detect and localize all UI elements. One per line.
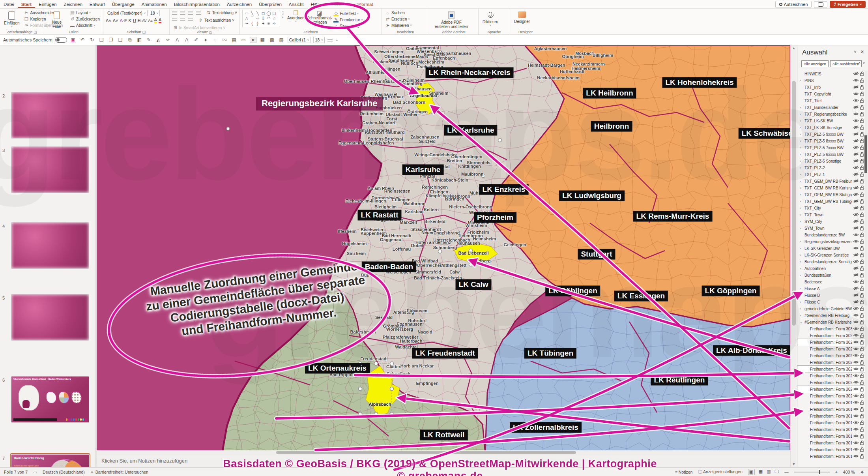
district-label[interactable]: LK Zollernalbkreis (510, 422, 582, 433)
layout-button[interactable]: ▤Layout ˅ (69, 10, 101, 16)
layer-item[interactable]: ›TXT_Bundesländer (797, 104, 865, 111)
shape-glyph-15[interactable]: ✦ (262, 21, 265, 26)
town-label[interactable]: Birkenfeld (424, 219, 445, 224)
chevron-collapsed-icon[interactable]: › (800, 267, 804, 270)
shape-glyph-6[interactable]: △ (245, 16, 248, 21)
chevron-collapsed-icon[interactable]: › (800, 153, 804, 156)
town-label[interactable]: Freudenstadt (360, 356, 388, 361)
district-label[interactable]: Heilbronn (591, 121, 632, 132)
district-label[interactable]: LK Reutlingen (651, 375, 708, 386)
layer-item[interactable]: Freihandform: Form 3014 (797, 433, 865, 440)
slide-thumbnail-7[interactable]: Baden-WürttembergKreieren Sie Ihre eigen… (11, 454, 89, 467)
layer-item[interactable]: Freihandform: Form 3015 (797, 426, 865, 433)
tab-übergänge[interactable]: Übergänge (108, 1, 138, 8)
district-label[interactable]: LK Ludwigsburg (559, 191, 625, 201)
eye-slash-icon[interactable] (852, 165, 859, 171)
language-status[interactable]: Deutsch (Deutschland) (43, 470, 85, 474)
fit-slide-icon[interactable]: ❖ (861, 470, 864, 474)
accessibility-status[interactable]: Barrierefreiheit: Untersuchen (95, 470, 148, 474)
text-box-icon[interactable]: ▭ (240, 37, 247, 43)
bullets-icon[interactable] (172, 11, 177, 15)
unlock-icon[interactable] (859, 212, 864, 218)
share-button[interactable]: ⤴Freigeben˅ (830, 1, 866, 8)
eye-icon[interactable] (852, 333, 859, 338)
town-label[interactable]: Gechingen (504, 242, 526, 247)
unlock-icon[interactable] (859, 152, 864, 157)
eye-icon[interactable] (852, 353, 859, 358)
unlock-icon[interactable] (859, 434, 864, 439)
shape-glyph-11[interactable]: ☆ (273, 16, 276, 21)
redo-icon[interactable]: ↻ (89, 37, 95, 43)
layer-item[interactable]: Bodensee (797, 279, 865, 285)
town-label[interactable]: Ebhausen (407, 308, 428, 313)
format-painter-icon[interactable]: ✑ (165, 37, 171, 43)
unlock-icon[interactable] (859, 92, 864, 97)
chevron-collapsed-icon[interactable]: › (800, 119, 804, 123)
unlock-icon[interactable] (859, 273, 864, 278)
district-label[interactable]: LK Hohenlohekreis (662, 77, 737, 88)
town-label[interactable]: Empfingen (416, 381, 439, 386)
unlock-icon[interactable] (859, 380, 864, 386)
unlock-icon[interactable] (859, 78, 864, 84)
chevron-collapsed-icon[interactable]: › (800, 112, 804, 116)
eye-slash-icon[interactable] (852, 172, 859, 177)
eye-slash-icon[interactable] (852, 186, 859, 191)
char-spacing-button[interactable]: AV (142, 19, 146, 22)
slide-thumbnail-6[interactable]: Übersichtskarte Deutschland • Baden-Würt… (11, 376, 89, 423)
layer-item[interactable]: ›TXT_GEM_BW RB Stuttgart (797, 191, 865, 198)
scroll-up-icon[interactable]: ▲ (791, 46, 797, 50)
town-label[interactable]: Hügelsheim (342, 241, 367, 246)
font-name-combo[interactable]: Calibri (Textkörper)˅ (106, 10, 148, 16)
copy-slide-icon[interactable]: ⧉ (127, 37, 133, 43)
pane-close-icon[interactable]: ✕ (861, 49, 864, 54)
bold-button[interactable]: F (124, 18, 127, 23)
unlock-icon[interactable] (859, 253, 864, 258)
pane-chevron-icon[interactable]: ˅ (854, 49, 856, 54)
town-label[interactable]: Althengstett (441, 263, 466, 268)
town-label[interactable]: Glatten (386, 364, 401, 369)
district-label[interactable]: LK Rhein-Neckar-Kreis (426, 67, 514, 78)
layer-item[interactable]: ›#Gemeinden RB Freiburg (797, 312, 865, 319)
unlock-icon[interactable] (859, 420, 864, 426)
layer-item[interactable]: Freihandform: Form 3021 (797, 386, 865, 393)
town-label[interactable]: Horb am Neckar (400, 364, 434, 368)
duplicate-icon[interactable]: ❑ (117, 37, 124, 43)
town-label[interactable]: Calw (449, 270, 460, 274)
tab-hilfe[interactable]: Hilfe (307, 1, 324, 8)
layer-item[interactable]: Freihandform: Form 3020 (797, 393, 865, 399)
town-label[interactable]: Neckarbischofsheim (537, 75, 580, 80)
grow-font-button[interactable]: A˄ (106, 18, 111, 23)
chevron-collapsed-icon[interactable]: › (800, 106, 804, 109)
eye-icon[interactable] (852, 360, 859, 365)
town-label[interactable]: Remchingen (422, 185, 448, 189)
shape-glyph-5[interactable]: ▢ (272, 11, 276, 15)
unlock-icon[interactable] (859, 333, 864, 339)
zoom-slider[interactable] (794, 472, 830, 472)
district-label[interactable]: LK Karlsruhe (444, 125, 497, 136)
town-label[interactable]: Reichartshausen (436, 51, 471, 56)
layer-item[interactable]: TXT_Copyright (797, 91, 865, 97)
shape-glyph-10[interactable]: ◠ (267, 16, 271, 21)
unlock-icon[interactable] (859, 165, 864, 171)
unlock-icon[interactable] (859, 360, 864, 365)
layer-item[interactable]: Freihandform: Form 3023 (797, 373, 865, 379)
replace-button[interactable]: ⇄Ersetzen ˅ (384, 16, 413, 22)
eye-slash-icon[interactable] (852, 159, 859, 164)
align-center-icon[interactable] (180, 19, 185, 22)
layer-item[interactable]: ›TXT_LK-SK BW (797, 118, 865, 124)
eye-slash-icon[interactable] (852, 206, 859, 211)
town-label[interactable]: Billigheim (593, 53, 614, 58)
unlock-icon[interactable] (859, 112, 864, 117)
chevron-collapsed-icon[interactable]: › (800, 166, 804, 170)
search-icon[interactable]: ◌ (212, 37, 219, 43)
town-label[interactable]: Rheinstetten (384, 189, 411, 193)
town-label[interactable]: Loffenau (393, 247, 411, 251)
symbol-icon[interactable]: ♦ (202, 37, 209, 43)
layer-item[interactable]: ›PINS (797, 77, 865, 84)
town-label[interactable]: Neuhausen (456, 241, 480, 245)
town-label[interactable]: Altlußheim (366, 70, 388, 75)
chevron-collapsed-icon[interactable]: › (800, 206, 804, 210)
town-label[interactable]: Nußloch (401, 61, 418, 66)
eye-slash-icon[interactable] (852, 286, 859, 291)
hide-all-button[interactable]: Alle ausblenden (830, 60, 862, 67)
